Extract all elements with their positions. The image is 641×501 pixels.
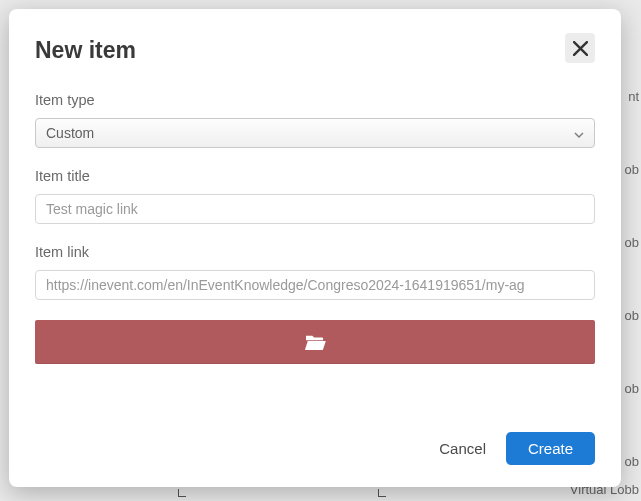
bg-text: nt xyxy=(628,89,639,104)
close-icon xyxy=(573,41,588,56)
item-link-input[interactable] xyxy=(35,270,595,300)
close-button[interactable] xyxy=(565,33,595,63)
modal-footer: Cancel Create xyxy=(439,432,595,465)
modal-header: New item xyxy=(35,33,595,64)
bg-text: ob xyxy=(625,308,639,323)
bg-checkbox xyxy=(178,489,186,497)
bg-checkbox xyxy=(378,489,386,497)
chevron-down-icon xyxy=(574,124,584,142)
bg-text: ob xyxy=(625,162,639,177)
bg-text: ob xyxy=(625,235,639,250)
create-button[interactable]: Create xyxy=(506,432,595,465)
folder-open-icon xyxy=(304,333,326,351)
modal-title: New item xyxy=(35,37,136,64)
backdrop: nt ob ob ob ob ob Virtual Lobb New item … xyxy=(0,0,641,501)
new-item-modal: New item Item type Custom Item title Ite… xyxy=(9,9,621,487)
bg-text: ob xyxy=(625,454,639,469)
item-type-value: Custom xyxy=(46,125,574,141)
item-link-label: Item link xyxy=(35,244,595,260)
bg-text: ob xyxy=(625,381,639,396)
item-title-label: Item title xyxy=(35,168,595,184)
item-title-input[interactable] xyxy=(35,194,595,224)
item-type-select[interactable]: Custom xyxy=(35,118,595,148)
item-type-label: Item type xyxy=(35,92,595,108)
modal-form: Item type Custom Item title Item link xyxy=(35,92,595,364)
upload-button[interactable] xyxy=(35,320,595,364)
cancel-button[interactable]: Cancel xyxy=(439,440,486,457)
